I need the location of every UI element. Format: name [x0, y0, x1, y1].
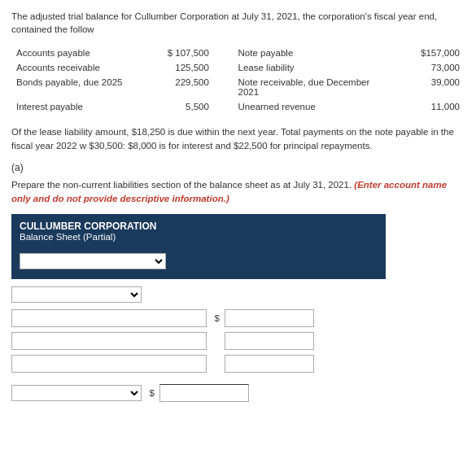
section-a-label: (a)	[11, 162, 465, 173]
col2-amount-4: 11,000	[397, 99, 465, 114]
col1-amount-1: $ 107,500	[146, 46, 214, 60]
col2-label-2: Lease liability	[234, 60, 397, 75]
col2-amount-3: 39,000	[397, 75, 465, 99]
table-row: Bonds payable, due 2025 229,500 Note rec…	[11, 75, 465, 99]
amount-field-2[interactable]	[225, 332, 314, 350]
col1-amount-3: 229,500	[146, 75, 214, 99]
dollar-sign-1: $	[212, 313, 220, 323]
col1-amount-2: 125,500	[146, 60, 214, 75]
table-row: Interest payable 5,500 Unearned revenue …	[11, 99, 465, 114]
header-date-dropdown[interactable]	[20, 253, 166, 269]
corp-header: CULLUMBER CORPORATION Balance Sheet (Par…	[11, 214, 386, 279]
col1-label-3: Bonds payable, due 2025	[11, 75, 146, 99]
account-name-field-2[interactable]	[11, 332, 207, 350]
col1-label-2: Accounts receivable	[11, 60, 146, 75]
total-amount-field[interactable]	[159, 384, 249, 402]
note-text: Of the lease liability amount, $18,250 i…	[11, 125, 465, 154]
total-row: $	[11, 382, 386, 404]
entry-row-2: $	[11, 330, 386, 352]
entry-row-1: $	[11, 307, 386, 330]
entry-row-3: $	[11, 352, 386, 375]
col2-label-4: Unearned revenue	[234, 99, 397, 114]
corp-name: CULLUMBER CORPORATION	[20, 221, 378, 232]
table-row: Accounts payable $ 107,500 Note payable …	[11, 46, 465, 60]
account-name-field-3[interactable]	[11, 355, 207, 373]
trial-balance-table: Accounts payable $ 107,500 Note payable …	[11, 46, 465, 114]
amount-field-1[interactable]	[225, 309, 314, 327]
col2-amount-1: $157,000	[397, 46, 465, 60]
intro-text: The adjusted trial balance for Cullumber…	[11, 10, 465, 36]
col2-amount-2: 73,000	[397, 60, 465, 75]
col2-label-3: Note receivable, due December 2021	[234, 75, 397, 99]
section-dropdown[interactable]	[11, 286, 142, 303]
dollar-sign-total: $	[146, 388, 155, 398]
instruction-text: Prepare the non-current liabilities sect…	[11, 178, 465, 207]
col1-label-4: Interest payable	[11, 99, 146, 114]
form-section: $ $ $ $	[11, 279, 386, 404]
table-row: Accounts receivable 125,500 Lease liabil…	[11, 60, 465, 75]
corp-subtitle: Balance Sheet (Partial)	[20, 232, 378, 242]
amount-field-3[interactable]	[225, 355, 314, 373]
account-name-field-1[interactable]	[11, 309, 207, 327]
total-dropdown[interactable]	[11, 385, 142, 401]
col1-label-1: Accounts payable	[11, 46, 146, 60]
col1-amount-4: 5,500	[146, 99, 214, 114]
col2-label-1: Note payable	[234, 46, 397, 60]
